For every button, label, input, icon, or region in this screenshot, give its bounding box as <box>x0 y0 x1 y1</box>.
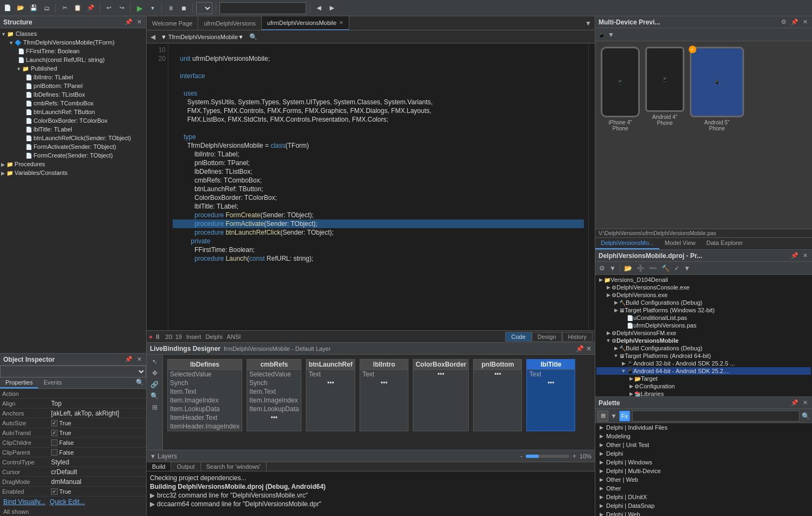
tab-events[interactable]: Events <box>38 377 67 388</box>
run-options-btn[interactable]: ▼ <box>147 3 158 14</box>
bind-visually-link[interactable]: Bind Visually... <box>3 498 46 506</box>
oi-selector[interactable]: lblTitle TLabel <box>0 366 146 377</box>
editor-nav-back[interactable]: ◀ <box>149 33 157 41</box>
editor-search[interactable]: 🔍 <box>248 33 259 41</box>
paste-btn[interactable]: 📌 <box>85 3 96 14</box>
tree-item[interactable]: 📄 lblTitle: TLabel <box>1 125 145 134</box>
project-tree-item[interactable]: ▶🔨 Build Configurations (Debug) <box>596 299 811 306</box>
pin-btn[interactable]: 📌 <box>124 18 134 26</box>
tab-close-btn[interactable]: ✕ <box>339 20 343 26</box>
lb-zoom-slider[interactable] <box>526 455 569 458</box>
oi-search[interactable]: 🔍 <box>134 377 146 388</box>
preview-pin-btn[interactable]: 📌 <box>790 18 800 26</box>
palette-item[interactable]: ▶ Delphi | Multi-Device <box>595 467 812 475</box>
tab-dropdown-btn[interactable]: ▼ <box>582 20 595 27</box>
palette-item[interactable]: ▶ Delphi | Windows <box>595 458 812 467</box>
undo-btn[interactable]: ↩ <box>103 3 114 14</box>
palette-item[interactable]: ▶ Other <box>595 484 812 493</box>
prop-value-cell[interactable]: [akLeft, akTop, akRight] <box>49 409 146 418</box>
pt-btn4[interactable]: ➕ <box>635 264 646 273</box>
project-close-btn[interactable]: ✕ <box>802 251 809 260</box>
editor-tab[interactable]: ufrmDelphiVersionsMobile ✕ <box>262 16 349 30</box>
nav-forward-btn[interactable]: ▶ <box>326 3 337 14</box>
project-tree-item[interactable]: ▶📚 Libraries <box>596 390 811 397</box>
platform-selector[interactable]: Android 64-bit <box>196 2 212 14</box>
tree-item[interactable]: 📄 lbDefines: TListBox <box>1 90 145 99</box>
pin-lb-btn[interactable]: 📌 <box>576 345 584 353</box>
palette-search-icon[interactable]: 🔍 <box>802 412 810 420</box>
tree-item[interactable]: 📄 FFirstTime: Boolean <box>1 47 145 55</box>
pt-btn5[interactable]: ➖ <box>647 264 659 273</box>
lb-link-btn[interactable]: 🔗 <box>149 380 160 389</box>
prop-value-cell[interactable]: ✓ True <box>49 429 146 437</box>
pause-btn[interactable]: ⏸ <box>165 3 176 14</box>
new-btn[interactable]: 📄 <box>2 3 13 14</box>
pt-btn6[interactable]: 🔨 <box>660 264 671 273</box>
save-btn[interactable]: 💾 <box>28 3 39 14</box>
tree-item[interactable]: 📄 FormCreate(Sender: TObject) <box>1 151 145 160</box>
editor-tab[interactable]: ufrmDelphiVersions <box>198 16 261 30</box>
tab-model-view[interactable]: Model View <box>659 238 701 249</box>
pt-btn7[interactable]: ✓ <box>672 264 681 273</box>
close-structure-btn[interactable]: ✕ <box>136 18 143 26</box>
tree-item[interactable]: 📄 lblIntro: TLabel <box>1 73 145 81</box>
project-tree-item[interactable]: ▼📱 Android 64-bit - Android SDK 25.2.... <box>596 367 811 375</box>
palette-item[interactable]: ▶ Delphi | DUnitX <box>595 493 812 501</box>
prop-value-cell[interactable]: ✓ True <box>49 419 146 427</box>
redo-btn[interactable]: ↪ <box>116 3 127 14</box>
lb-select-btn[interactable]: ↖ <box>151 357 159 367</box>
lb-zoom-btn[interactable]: 🔍 <box>149 391 160 401</box>
pt-btn2[interactable]: ▼ <box>608 264 618 273</box>
oi-pin-btn[interactable]: 📌 <box>124 355 134 363</box>
prop-checkbox[interactable] <box>51 439 58 446</box>
project-tree-item[interactable]: ▶⚙ Configuration <box>596 382 811 390</box>
project-tree-item[interactable]: 📄 uConditionalList.pas <box>596 314 811 322</box>
project-tree-item[interactable]: ▶🔨 Build Configurations (Debug) <box>596 344 811 352</box>
project-tree-item[interactable]: ▶⚙ DelphiVersionsConsole.exe <box>596 284 811 291</box>
search-input[interactable] <box>219 2 306 14</box>
preview-tool1[interactable]: 📱 <box>597 31 606 39</box>
tab-properties[interactable]: Properties <box>0 377 38 388</box>
preview-close-btn[interactable]: ✕ <box>802 18 809 26</box>
palette-item[interactable]: ▶ Delphi | Individual Files <box>595 423 812 432</box>
tab-data-explorer[interactable]: Data Explorer <box>701 238 748 249</box>
lb-grid-btn[interactable]: ⊞ <box>151 402 159 412</box>
messages-tab[interactable]: Build <box>147 462 171 471</box>
prop-value-cell[interactable]: Styled <box>49 458 146 467</box>
prop-value-cell[interactable]: crDefault <box>49 468 146 476</box>
prop-value-cell[interactable] <box>49 393 146 394</box>
palette-search[interactable] <box>632 411 800 421</box>
stop-btn[interactable]: ⏹ <box>178 3 189 14</box>
lb-zoom-plus[interactable]: + <box>572 452 576 460</box>
tree-item[interactable]: ▼ 📁 Classes <box>1 29 145 38</box>
tab-delphi-versions-mo[interactable]: DelphiVersionsMo... <box>595 238 659 249</box>
project-tree-item[interactable]: ▼🖥 Target Platforms (Android 64-bit) <box>596 352 811 360</box>
nav-back-btn[interactable]: ◀ <box>313 3 324 14</box>
lb-move-btn[interactable]: ✥ <box>151 368 159 378</box>
tab-design[interactable]: Design <box>532 332 562 342</box>
run-btn[interactable]: ▶ <box>134 3 145 14</box>
palette-btn2[interactable]: Fx <box>619 411 630 421</box>
open-btn[interactable]: 📂 <box>15 3 26 14</box>
copy-btn[interactable]: 📋 <box>72 3 83 14</box>
oi-close-btn[interactable]: ✕ <box>136 355 143 363</box>
tree-item[interactable]: 📄 cmbRefs: TComboBox <box>1 99 145 108</box>
pt-btn3[interactable]: 📂 <box>622 264 634 273</box>
tree-item[interactable]: ▶ 📁 Variables/Constants <box>1 168 145 177</box>
tab-code[interactable]: Code <box>505 332 531 342</box>
project-pin-btn[interactable]: 📌 <box>790 251 800 260</box>
prop-checkbox[interactable]: ✓ <box>51 488 58 495</box>
prop-value-cell[interactable]: Top <box>49 399 146 408</box>
prop-checkbox[interactable]: ✓ <box>51 430 58 436</box>
project-tree-item[interactable]: 📄 ufrmDelphiVersions.pas <box>596 322 811 329</box>
project-tree-item[interactable]: ▼⚙ DelphiVersionsMobile <box>596 337 811 344</box>
prop-value-cell[interactable]: ✓ True <box>49 488 146 495</box>
preview-tool2[interactable]: ▼ <box>608 31 614 39</box>
messages-tab[interactable]: Search for 'windows' <box>201 462 267 471</box>
lb-layers-btn[interactable]: ▼ Layers <box>150 452 177 460</box>
tree-item[interactable]: 📄 Launch(const RefURL: string) <box>1 55 145 64</box>
cut-btn[interactable]: ✂ <box>59 3 70 14</box>
editor-tab[interactable]: Welcome Page <box>147 16 198 30</box>
palette-item[interactable]: ▶ Modeling <box>595 432 812 441</box>
preview-toolbar-btn[interactable]: ⚙ <box>780 18 788 26</box>
